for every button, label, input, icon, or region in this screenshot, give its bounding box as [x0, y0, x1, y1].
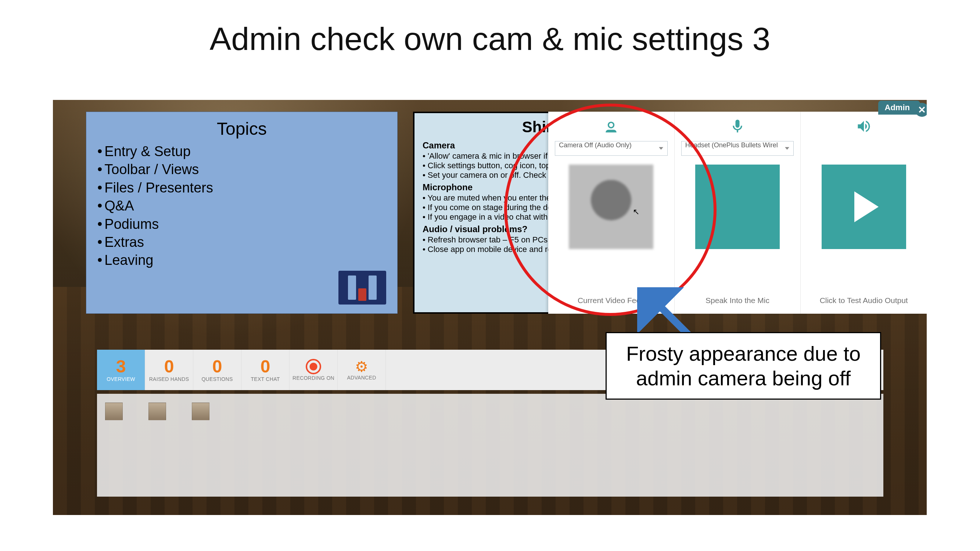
topics-list: Entry & Setup Toolbar / Views Files / Pr… — [97, 143, 386, 270]
attendee-thumbnail[interactable] — [148, 403, 166, 420]
topics-item: Toolbar / Views — [97, 160, 386, 178]
tab-count: 3 — [116, 358, 126, 375]
tab-count: 0 — [261, 358, 270, 375]
topics-slide: Topics Entry & Setup Toolbar / Views Fil… — [86, 112, 398, 314]
attendee-thumbnail[interactable] — [192, 403, 210, 420]
topics-item: Leaving — [97, 251, 386, 269]
brand-logo — [339, 271, 386, 305]
tab-label: QUESTIONS — [201, 376, 232, 382]
tab-label: OVERVIEW — [107, 376, 135, 382]
mic-caption: Speak Into the Mic — [705, 296, 770, 305]
record-icon — [306, 359, 321, 374]
topics-item: Files / Presenters — [97, 179, 386, 197]
tab-count: 0 — [212, 358, 222, 375]
gear-icon: ⚙ — [355, 359, 368, 374]
mic-select[interactable]: Headset (OnePlus Bullets Wirel — [681, 141, 794, 156]
mic-column: Headset (OnePlus Bullets Wirel Speak Int… — [675, 112, 801, 314]
toolbar-tab-raised-hands[interactable]: 0 RAISED HANDS — [145, 350, 193, 390]
toolbar-tab-questions[interactable]: 0 QUESTIONS — [193, 350, 242, 390]
speaker-caption: Click to Test Audio Output — [820, 296, 908, 305]
toolbar-tab-overview[interactable]: 3 OVERVIEW — [97, 350, 145, 390]
video-preview — [569, 165, 653, 249]
toolbar-tab-advanced[interactable]: ⚙ ADVANCED — [338, 350, 386, 390]
toolbar-tab-text-chat[interactable]: 0 TEXT CHAT — [242, 350, 290, 390]
topics-item: Q&A — [97, 197, 386, 215]
topics-heading: Topics — [97, 119, 386, 139]
tab-count: 0 — [164, 358, 174, 375]
tab-label: RECORDING ON — [293, 375, 334, 381]
camera-select[interactable]: Camera Off (Audio Only) — [555, 141, 668, 156]
camera-column: Camera Off (Audio Only) ↖ Current Video … — [548, 112, 675, 314]
toolbar-tab-recording[interactable]: RECORDING ON — [290, 350, 338, 390]
slide-title: Admin check own cam & mic settings 3 — [0, 20, 980, 58]
topics-item: Entry & Setup — [97, 143, 386, 160]
attendee-thumbnail[interactable] — [105, 403, 123, 420]
tab-label: ADVANCED — [347, 375, 376, 381]
camera-icon — [603, 118, 619, 136]
video-caption: Current Video Feed — [578, 296, 645, 305]
mic-level-box — [695, 165, 780, 249]
speaker-column: Click to Test Audio Output — [801, 112, 927, 314]
play-icon — [854, 191, 878, 222]
test-audio-button[interactable] — [822, 165, 906, 249]
speaker-icon — [856, 118, 872, 136]
annotation-callout: Frosty appearance due to admin camera be… — [606, 332, 881, 400]
topics-item: Extras — [97, 233, 386, 251]
attendee-strip — [97, 394, 883, 497]
microphone-icon — [729, 118, 746, 136]
stage-background: Topics Entry & Setup Toolbar / Views Fil… — [53, 100, 927, 515]
topics-item: Podiums — [97, 215, 386, 233]
av-settings-popup: Admin ✕ Camera Off (Audio Only) ↖ Curren… — [548, 112, 927, 314]
admin-tab-label: Admin — [878, 101, 920, 114]
tab-label: TEXT CHAT — [251, 376, 280, 382]
tab-label: RAISED HANDS — [149, 376, 189, 382]
close-icon[interactable]: ✕ — [915, 103, 927, 117]
